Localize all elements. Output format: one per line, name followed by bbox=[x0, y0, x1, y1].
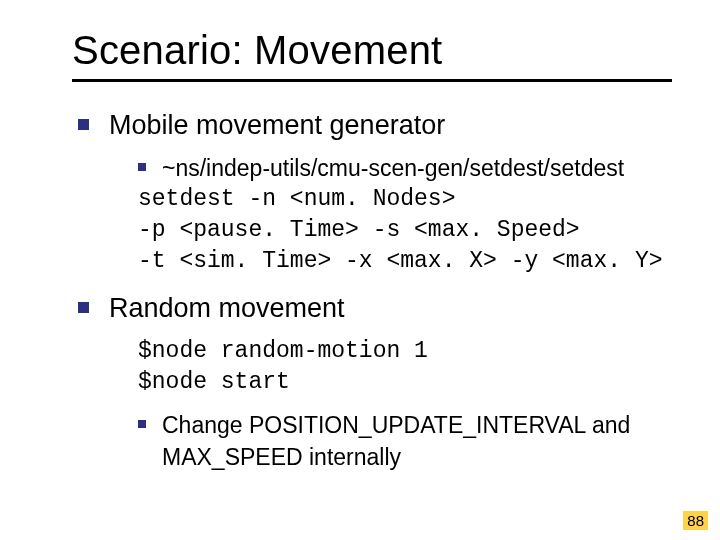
bullet-list-level2: ~ns/indep-utils/cmu-scen-gen/setdest/set… bbox=[138, 153, 672, 184]
bullet-item-random-movement: Random movement bbox=[78, 291, 672, 326]
code-line: $node start bbox=[138, 369, 290, 395]
page-number: 88 bbox=[683, 511, 708, 530]
title-underline bbox=[72, 79, 672, 82]
square-bullet-icon bbox=[78, 119, 89, 130]
code-line: setdest -n <num. Nodes> bbox=[138, 186, 455, 212]
square-bullet-icon bbox=[138, 163, 146, 171]
bullet-item-change-internals: Change POSITION_UPDATE_INTERVAL and MAX_… bbox=[138, 410, 672, 472]
bullet-list-level2: Change POSITION_UPDATE_INTERVAL and MAX_… bbox=[138, 410, 672, 472]
bullet-item-mobile-generator: Mobile movement generator bbox=[78, 108, 672, 143]
code-line: -p <pause. Time> -s <max. Speed> bbox=[138, 217, 580, 243]
code-block-random-motion: $node random-motion 1 $node start bbox=[138, 336, 672, 398]
square-bullet-icon bbox=[78, 302, 89, 313]
bullet-text: Mobile movement generator bbox=[109, 108, 445, 143]
bullet-text: ~ns/indep-utils/cmu-scen-gen/setdest/set… bbox=[162, 153, 624, 184]
slide: Scenario: Movement Mobile movement gener… bbox=[0, 0, 720, 540]
bullet-item-setdest-path: ~ns/indep-utils/cmu-scen-gen/setdest/set… bbox=[138, 153, 672, 184]
code-block-setdest: setdest -n <num. Nodes> -p <pause. Time>… bbox=[138, 184, 672, 277]
code-line: -t <sim. Time> -x <max. X> -y <max. Y> bbox=[138, 248, 663, 274]
square-bullet-icon bbox=[138, 420, 146, 428]
bullet-text: Random movement bbox=[109, 291, 345, 326]
code-line: $node random-motion 1 bbox=[138, 338, 428, 364]
bullet-text: Change POSITION_UPDATE_INTERVAL and MAX_… bbox=[162, 410, 672, 472]
bullet-list-level1: Mobile movement generator ~ns/indep-util… bbox=[78, 108, 672, 473]
slide-title: Scenario: Movement bbox=[72, 28, 672, 73]
